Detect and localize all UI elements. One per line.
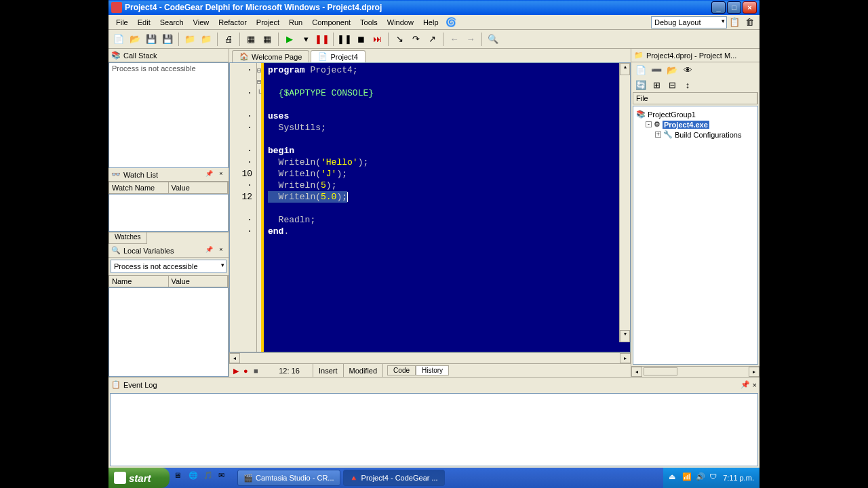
layout-combo[interactable]: Debug Layout xyxy=(651,16,727,28)
editor-statusbar: ▶ ● ■ 12: 16 Insert Modified Code Histor… xyxy=(229,363,631,377)
close-button[interactable]: × xyxy=(743,1,757,14)
watch-close-icon[interactable]: × xyxy=(216,170,226,180)
menu-run[interactable]: Run xyxy=(284,17,307,28)
pause-dbg-icon[interactable]: ❚❚ xyxy=(315,32,330,47)
hscrollbar[interactable]: ◂▸ xyxy=(229,352,631,363)
pause2-icon[interactable]: ❚❚ xyxy=(337,32,352,47)
line-num-10: 10 xyxy=(230,168,256,180)
watch-col-value[interactable]: Value xyxy=(169,182,229,193)
exe-icon: ⚙ xyxy=(654,120,660,129)
menu-file[interactable]: File xyxy=(111,17,133,28)
clock[interactable]: 7:11 p.m. xyxy=(723,474,754,482)
macro-rec-icon[interactable]: ● xyxy=(243,367,252,375)
tab-project4[interactable]: 📄 Project4 xyxy=(311,50,365,62)
tray-volume-icon[interactable]: 🔊 xyxy=(696,472,707,483)
pm-remove-icon[interactable]: ➖ xyxy=(650,63,663,77)
project-tree[interactable]: 📚ProjectGroup1 -⚙Project4.exe +🔧Build Co… xyxy=(633,106,758,365)
menu-refactor[interactable]: Refactor xyxy=(214,17,252,28)
menu-view[interactable]: View xyxy=(189,17,214,28)
menu-edit[interactable]: Edit xyxy=(133,17,155,28)
macro-stop-icon[interactable]: ■ xyxy=(254,367,262,375)
ql-mail-icon[interactable]: ✉ xyxy=(218,471,232,485)
build-icon: 🔧 xyxy=(663,130,673,139)
fwd-icon[interactable]: → xyxy=(463,32,478,47)
step-over-icon[interactable]: ↷ xyxy=(408,32,423,47)
menu-tools[interactable]: Tools xyxy=(355,17,382,28)
folder2-icon[interactable]: 📁 xyxy=(199,32,214,47)
expand-icon[interactable]: + xyxy=(655,131,661,138)
pm-sort-icon[interactable]: ↕ xyxy=(681,78,694,92)
lv-pin-icon[interactable]: 📌 xyxy=(204,246,214,256)
ql-media-icon[interactable]: 🎵 xyxy=(203,471,217,485)
saveall-icon[interactable]: 💾 xyxy=(160,32,175,47)
expand-icon[interactable]: - xyxy=(646,121,652,127)
system-tray[interactable]: ⏏ 📶 🔊 🛡 7:11 p.m. xyxy=(663,468,760,488)
help-icon[interactable]: 🌀 xyxy=(443,15,458,30)
folder-icon[interactable]: 📁 xyxy=(182,32,197,47)
watches-tab[interactable]: Watches xyxy=(108,232,147,244)
print-icon[interactable]: 🖨 xyxy=(221,32,236,47)
pm-scrollbar[interactable]: ◂▸ xyxy=(631,366,760,377)
process-combo[interactable]: Process is not accessible xyxy=(111,260,226,273)
vars-icon: 🔍 xyxy=(111,246,121,255)
task-camtasia[interactable]: 🎬 Camtasia Studio - CR... xyxy=(237,470,340,486)
pm-open-icon[interactable]: 📂 xyxy=(665,63,679,77)
menu-window[interactable]: Window xyxy=(382,17,418,28)
step-out-icon[interactable]: ↗ xyxy=(425,32,439,47)
pm-view-icon[interactable]: 👁 xyxy=(681,63,694,77)
unit-icon[interactable]: ▦ xyxy=(260,32,275,47)
el-close-icon[interactable]: × xyxy=(753,381,757,389)
form-icon[interactable]: ▦ xyxy=(243,32,258,47)
layout-del-icon[interactable]: 🗑 xyxy=(742,15,757,30)
start-button[interactable]: start xyxy=(108,468,170,488)
save-icon[interactable]: 💾 xyxy=(144,32,159,47)
code-editor[interactable]: ·· ··· ·10 ·12 ·· ⊟ ⊟└ program Project4;… xyxy=(229,62,631,352)
menubar: File Edit Search View Refactor Project R… xyxy=(108,15,760,30)
tray-network-icon[interactable]: 📶 xyxy=(682,472,693,483)
fold-strip[interactable]: ⊟ ⊟└ xyxy=(257,63,264,352)
browse-icon[interactable]: 🔍 xyxy=(486,32,500,47)
pm-collapse-icon[interactable]: ⊟ xyxy=(665,78,679,92)
watch-col-name[interactable]: Watch Name xyxy=(109,182,169,193)
minimize-button[interactable]: _ xyxy=(711,1,726,14)
code-content[interactable]: program Project4; {$APPTYPE CONSOLE} use… xyxy=(264,63,630,352)
tree-project[interactable]: Project4.exe xyxy=(663,121,709,129)
el-pin-icon[interactable]: 📌 xyxy=(741,380,750,389)
pm-sync-icon[interactable]: 🔄 xyxy=(634,78,648,92)
vscrollbar[interactable] xyxy=(619,63,630,342)
history-tab[interactable]: History xyxy=(416,365,449,375)
lv-col-value[interactable]: Value xyxy=(169,276,229,287)
tray-shield-icon[interactable]: 🛡 xyxy=(709,472,720,483)
lv-col-name[interactable]: Name xyxy=(109,276,169,287)
pm-title: Project4.dproj - Project M... xyxy=(646,52,736,60)
macro-play-icon[interactable]: ▶ xyxy=(233,367,241,375)
pm-file-header[interactable]: File xyxy=(633,93,757,104)
stop-icon[interactable]: ◼ xyxy=(353,32,368,47)
tray-safely-remove-icon[interactable]: ⏏ xyxy=(669,472,679,483)
watch-pin-icon[interactable]: 📌 xyxy=(204,170,214,180)
tree-build[interactable]: Build Configurations xyxy=(675,131,741,139)
run-icon[interactable]: ▶ xyxy=(282,32,297,47)
pm-expand-icon[interactable]: ⊞ xyxy=(650,78,663,92)
tab-welcome[interactable]: 🏠 Welcome Page xyxy=(232,50,309,62)
run-dd-icon[interactable]: ▾ xyxy=(298,32,313,47)
task-delphi[interactable]: 🔺 Project4 - CodeGear ... xyxy=(343,470,445,486)
menu-component[interactable]: Component xyxy=(307,17,355,28)
cursor-pos: 12: 16 xyxy=(266,364,313,377)
lv-close-icon[interactable]: × xyxy=(216,246,226,256)
code-tab[interactable]: Code xyxy=(387,365,416,375)
back-icon[interactable]: ← xyxy=(447,32,462,47)
trace-icon[interactable]: ↘ xyxy=(392,32,407,47)
menu-search[interactable]: Search xyxy=(155,17,189,28)
step-icon[interactable]: ⏭ xyxy=(370,32,384,47)
pm-new-icon[interactable]: 📄 xyxy=(634,63,648,77)
layout-save-icon[interactable]: 📋 xyxy=(727,15,742,30)
tree-group[interactable]: ProjectGroup1 xyxy=(648,110,696,119)
ql-desktop-icon[interactable]: 🖥 xyxy=(174,471,187,485)
new-icon[interactable]: 📄 xyxy=(111,32,126,47)
menu-project[interactable]: Project xyxy=(252,17,284,28)
ql-ie-icon[interactable]: 🌐 xyxy=(189,471,202,485)
open-icon[interactable]: 📂 xyxy=(127,32,142,47)
menu-help[interactable]: Help xyxy=(418,17,443,28)
maximize-button[interactable]: □ xyxy=(727,1,741,14)
